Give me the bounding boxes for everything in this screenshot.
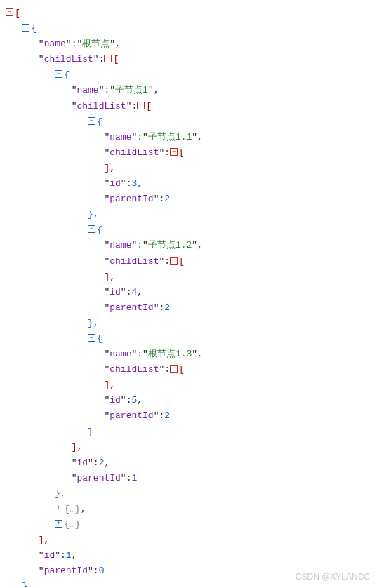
json-number: 0 — [99, 566, 105, 576]
json-number: 2 — [164, 410, 170, 421]
collapse-icon[interactable] — [55, 70, 62, 78]
json-key: childList — [110, 364, 159, 375]
json-key: parentId — [110, 302, 153, 313]
json-key: childList — [44, 54, 93, 65]
json-key: id — [44, 550, 55, 561]
brace-open: { — [97, 225, 102, 235]
collapse-icon[interactable] — [170, 257, 178, 265]
collapsed-object[interactable]: {…} — [64, 519, 80, 530]
collapse-icon[interactable] — [22, 24, 29, 32]
json-key: name — [44, 39, 66, 49]
watermark: CSDN @XYLANCC — [296, 570, 370, 584]
json-key: id — [110, 178, 121, 189]
collapse-icon[interactable] — [88, 117, 95, 125]
json-key: name — [77, 85, 98, 95]
bracket-open: [ — [179, 364, 185, 375]
json-key: parentId — [44, 566, 88, 576]
brace-open: { — [97, 333, 102, 344]
brace-close: } — [22, 581, 27, 588]
bracket-close: ], — [39, 535, 50, 545]
json-number: 1 — [131, 473, 137, 483]
brace-open: { — [31, 23, 37, 34]
bracket-open: [ — [179, 256, 185, 267]
collapse-icon[interactable] — [137, 102, 145, 109]
bracket-open: [ — [113, 54, 119, 65]
collapsed-object[interactable]: {…} — [64, 504, 80, 514]
json-string: 子节点1.2 — [148, 240, 192, 250]
json-key: childList — [110, 147, 159, 158]
json-key: id — [110, 287, 121, 298]
brace-close: }, — [55, 488, 66, 499]
json-key: parentId — [110, 194, 153, 204]
json-key: name — [110, 349, 131, 359]
json-viewer: [ { "name":"根节点", "childList":[ { "name"… — [6, 6, 371, 588]
bracket-open: [ — [179, 147, 185, 158]
json-string: 子节点1.1 — [148, 132, 192, 142]
bracket-open: [ — [146, 101, 152, 112]
brace-open: { — [64, 69, 70, 80]
collapse-icon[interactable] — [88, 225, 95, 233]
json-key: id — [110, 395, 121, 406]
json-key: id — [77, 457, 88, 468]
json-number: 2 — [164, 302, 170, 313]
brace-close: }, — [88, 318, 99, 328]
json-key: name — [110, 240, 131, 250]
json-key: childList — [77, 101, 126, 112]
json-number: 2 — [164, 194, 170, 204]
brace-open: { — [97, 116, 102, 127]
bracket-open: [ — [15, 8, 20, 18]
collapse-icon[interactable] — [88, 334, 95, 342]
expand-icon[interactable] — [55, 520, 62, 528]
json-key: name — [110, 132, 131, 142]
expand-icon[interactable] — [55, 505, 62, 512]
bracket-close: ], — [104, 380, 115, 390]
collapse-icon[interactable] — [104, 55, 112, 62]
bracket-close: ], — [72, 442, 83, 453]
bracket-close: ], — [104, 272, 115, 282]
collapse-icon[interactable] — [170, 365, 178, 373]
json-string: 根节点1.3 — [148, 349, 192, 359]
json-key: parentId — [77, 473, 120, 483]
json-string: 根节点 — [82, 39, 110, 49]
brace-close: } — [88, 427, 93, 437]
collapse-icon[interactable] — [170, 148, 178, 156]
json-key: childList — [110, 256, 159, 267]
json-string: 子节点1 — [115, 85, 148, 95]
json-key: parentId — [110, 410, 153, 421]
collapse-icon[interactable] — [6, 8, 13, 16]
json-number: 1 — [66, 550, 72, 561]
bracket-close: ], — [104, 163, 115, 173]
brace-close: }, — [88, 209, 99, 220]
